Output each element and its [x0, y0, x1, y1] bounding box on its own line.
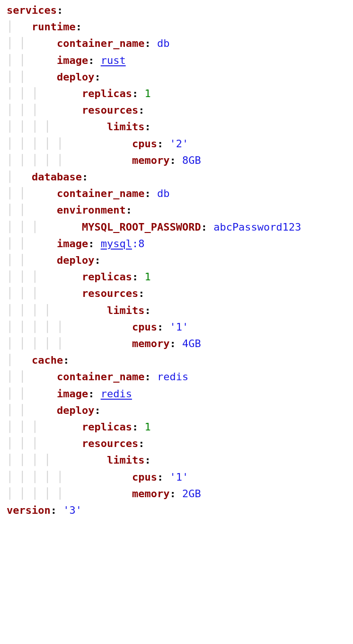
key-cpus: cpus [132, 138, 157, 150]
val-cpus: '2' [169, 138, 188, 150]
key-image: image [57, 238, 88, 250]
key-limits: limits [107, 121, 144, 133]
key-cpus: cpus [132, 321, 157, 333]
link-image-rust[interactable]: rust [101, 54, 126, 66]
key-database: database [32, 171, 82, 183]
key-replicas: replicas [82, 271, 132, 283]
val-version: '3' [63, 504, 82, 516]
val-container-name: redis [157, 371, 188, 383]
key-cpus: cpus [132, 471, 157, 483]
key-memory: memory [132, 338, 169, 349]
val-memory: 2GB [182, 488, 201, 500]
val-replicas: 1 [144, 271, 150, 283]
val-env-pw: abcPassword123 [213, 221, 301, 233]
val-image-suffix: :8 [132, 238, 145, 250]
key-cache: cache [32, 354, 63, 366]
link-image-mysql[interactable]: mysql [101, 238, 132, 250]
yaml-code-block: services: │ runtime: │ │ container_name:… [0, 0, 353, 519]
key-deploy: deploy [57, 71, 94, 83]
key-replicas: replicas [82, 421, 132, 433]
link-image-redis[interactable]: redis [101, 388, 132, 400]
key-environment: environment [57, 204, 126, 216]
key-limits: limits [107, 304, 144, 316]
key-resources: resources [82, 287, 138, 299]
key-memory: memory [132, 488, 169, 500]
key-version: version [7, 504, 51, 516]
key-replicas: replicas [82, 88, 132, 99]
key-resources: resources [82, 104, 138, 116]
key-deploy: deploy [57, 254, 94, 266]
key-env-pw: MYSQL_ROOT_PASSWORD [82, 221, 201, 233]
val-replicas: 1 [144, 421, 150, 433]
val-cpus: '1' [169, 321, 188, 333]
val-cpus: '1' [169, 471, 188, 483]
key-resources: resources [82, 438, 138, 449]
key-memory: memory [132, 154, 169, 166]
val-replicas: 1 [144, 88, 150, 99]
val-container-name: db [157, 188, 170, 199]
key-image: image [57, 54, 88, 66]
key-limits: limits [107, 454, 144, 466]
val-memory: 8GB [182, 154, 201, 166]
key-container-name: container_name [57, 188, 144, 199]
key-image: image [57, 388, 88, 400]
key-container-name: container_name [57, 371, 144, 383]
key-runtime: runtime [32, 21, 76, 33]
key-container-name: container_name [57, 37, 144, 49]
val-memory: 4GB [182, 338, 201, 349]
val-container-name: db [157, 37, 170, 49]
key-services: services [7, 4, 57, 16]
key-deploy: deploy [57, 404, 94, 416]
